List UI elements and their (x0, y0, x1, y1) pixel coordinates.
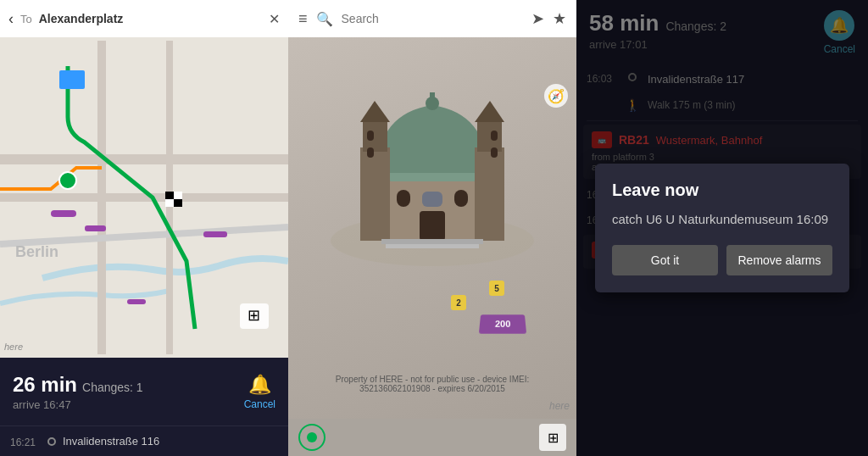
dest-prefix: To (20, 13, 32, 25)
time-info: 26 min Changes: 1 arrive 16:47 (13, 373, 236, 411)
remove-alarms-button[interactable]: Remove alarms (726, 245, 832, 275)
svg-rect-35 (397, 190, 410, 207)
svg-rect-38 (381, 239, 483, 244)
cancel-label-left: Cancel (244, 398, 275, 410)
arrive-time: arrive 16:47 (13, 398, 236, 411)
cancel-button-left[interactable]: 🔔 Cancel (244, 374, 275, 410)
road-200-marker: 200 (478, 314, 526, 334)
close-button[interactable]: ✕ (269, 11, 280, 27)
favorites-icon[interactable]: ★ (553, 9, 566, 28)
here-watermark: here (549, 400, 570, 412)
svg-rect-7 (85, 225, 106, 231)
destination-name: Alexanderplatz (39, 12, 262, 25)
gps-dot (307, 432, 317, 442)
right-panel: 58 min Changes: 2 arrive 17:01 🔔 Cancel … (576, 0, 868, 456)
modal-body: catch U6 U Naturkundemuseum 16:09 (612, 210, 832, 228)
middle-footer: ⊞ (288, 419, 576, 456)
left-panel: ‹ To Alexanderplatz ✕ (0, 0, 288, 456)
middle-panel: ≡ 🔍 ➤ ★ 🧭 (288, 0, 576, 456)
svg-rect-29 (475, 147, 504, 241)
svg-rect-9 (127, 299, 146, 304)
svg-rect-36 (454, 190, 468, 207)
hamburger-menu[interactable]: ≡ (298, 10, 308, 28)
gps-button[interactable] (298, 424, 326, 451)
middle-header: ≡ 🔍 ➤ ★ (288, 0, 576, 37)
map3d-area: 🧭 (288, 37, 576, 419)
svg-rect-26 (363, 122, 387, 152)
svg-rect-30 (477, 122, 502, 152)
search-input[interactable] (342, 12, 523, 25)
marker-2: 2 (451, 295, 466, 310)
modal-overlay: Leave now catch U6 U Naturkundemuseum 16… (576, 0, 868, 456)
bell-icon: 🔔 (248, 374, 271, 396)
got-it-button[interactable]: Got it (612, 245, 718, 275)
svg-rect-8 (203, 231, 227, 237)
changes-count: Changes: 1 (82, 381, 143, 394)
svg-rect-27 (367, 131, 374, 141)
station-dot (47, 437, 56, 446)
svg-rect-25 (360, 147, 390, 241)
marker-5: 5 (489, 281, 504, 296)
svg-rect-14 (59, 70, 85, 89)
back-button[interactable]: ‹ (8, 10, 14, 28)
bottom-station-left: Invalidenstraße 116 (63, 435, 159, 448)
modal-buttons: Got it Remove alarms (612, 245, 832, 275)
svg-text:⊞: ⊞ (248, 307, 260, 324)
cathedral-svg (314, 54, 551, 275)
bottom-time-left: 16:21 (10, 435, 41, 448)
map-svg: here Berlin ⊞ (0, 37, 288, 358)
modal-title: Leave now (612, 181, 832, 200)
layers-button[interactable]: ⊞ (539, 424, 566, 451)
svg-rect-39 (386, 244, 479, 248)
svg-text:here: here (4, 342, 23, 352)
navigation-icon[interactable]: ➤ (531, 9, 544, 28)
modal-box: Leave now catch U6 U Naturkundemuseum 16… (595, 164, 849, 292)
map-footer: 26 min Changes: 1 arrive 16:47 🔔 Cancel (0, 358, 288, 425)
svg-rect-28 (367, 147, 374, 158)
search-icon[interactable]: 🔍 (316, 11, 333, 27)
property-notice: Property of HERE - not for public use - … (336, 375, 529, 393)
travel-time: 26 min (13, 373, 77, 397)
map-bottom-bar: 16:21 Invalidenstraße 116 (0, 425, 288, 456)
svg-rect-34 (420, 211, 445, 241)
svg-point-10 (59, 172, 76, 189)
svg-rect-13 (174, 199, 182, 207)
map-area: here Berlin ⊞ (0, 37, 288, 358)
svg-rect-12 (165, 192, 174, 199)
svg-rect-37 (422, 192, 442, 207)
map-header: ‹ To Alexanderplatz ✕ (0, 0, 288, 37)
svg-rect-32 (491, 147, 498, 158)
svg-rect-31 (491, 131, 498, 141)
svg-text:Berlin: Berlin (15, 243, 58, 260)
svg-rect-6 (51, 210, 76, 217)
svg-rect-24 (430, 92, 435, 105)
